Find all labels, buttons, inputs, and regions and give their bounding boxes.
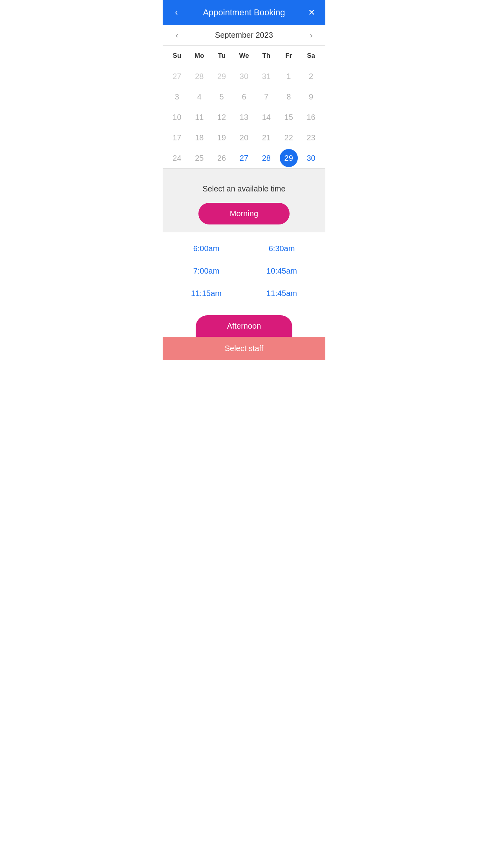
morning-toggle-wrap: Morning [171,203,317,224]
next-month-button[interactable]: › [306,31,316,40]
afternoon-toggle-wrap: Afternoon [163,311,325,337]
calendar-day-8-current-month: 8 [286,86,291,107]
calendar-day-20-current-month: 20 [240,127,248,148]
time-slot-1145am[interactable]: 11:45am [246,285,317,302]
calendar-day-31-other-month: 31 [262,66,271,86]
calendar-day-11-current-month: 11 [195,107,204,127]
time-slot-700am[interactable]: 7:00am [171,263,242,280]
calendar-day-12-current-month: 12 [217,107,226,127]
time-slots-container: 6:00am 6:30am 7:00am 10:45am 11:15am 11:… [163,232,325,311]
page-title: Appointment Booking [203,7,285,18]
time-section-title: Select an available time [171,184,317,193]
calendar-day-2-current-month: 2 [309,66,313,86]
calendar-day-30-other-month: 30 [240,66,248,86]
calendar-day-3-current-month: 3 [175,86,179,107]
calendar-day-19-current-month: 19 [217,127,226,148]
calendar-day-29-other-month: 29 [217,66,226,86]
calendar-day-29-selected[interactable]: 29 [280,149,298,167]
calendar-day-21-current-month: 21 [262,127,271,148]
time-slot-1045am[interactable]: 10:45am [246,263,317,280]
time-row-3: 11:15am 11:45am [171,285,317,302]
morning-toggle-button[interactable]: Morning [198,203,290,224]
time-slot-630am[interactable]: 6:30am [246,240,317,257]
calendar-day-30-available[interactable]: 30 [306,148,315,168]
time-row-1: 6:00am 6:30am [171,240,317,257]
calendar-month-year: September 2023 [215,31,273,40]
app-header: ‹ Appointment Booking ✕ [163,0,325,25]
calendar-day-23-current-month: 23 [306,127,315,148]
time-section: Select an available time Morning [163,169,325,232]
calendar-week-1: 272829303112 [166,66,322,86]
calendar-week-5: 24252627282930 [166,148,322,168]
calendar-day-28-available[interactable]: 28 [262,148,271,168]
afternoon-toggle-button[interactable]: Afternoon [196,315,293,337]
select-staff-label: Select staff [225,344,264,353]
calendar-day-27-other-month: 27 [172,66,181,86]
calendar-day-9-current-month: 9 [309,86,313,107]
calendar-day-25-current-month: 25 [195,148,204,168]
calendar-day-header-sa: Sa [300,46,322,66]
calendar-nav: ‹ September 2023 › [163,25,325,46]
calendar-day-18-current-month: 18 [195,127,204,148]
calendar-day-header-tu: Tu [211,46,233,66]
calendar-day-5-current-month: 5 [220,86,224,107]
calendar-day-4-current-month: 4 [197,86,202,107]
prev-month-button[interactable]: ‹ [172,31,182,40]
calendar-day-22-current-month: 22 [284,127,293,148]
calendar-section: ‹ September 2023 › SuMoTuWeThFrSa 272829… [163,25,325,169]
calendar-grid: SuMoTuWeThFrSa 2728293031123456789101112… [163,46,325,169]
calendar-day-28-other-month: 28 [195,66,204,86]
calendar-week-4: 17181920212223 [166,127,322,148]
calendar-header-row: SuMoTuWeThFrSa [166,46,322,66]
calendar-day-7-current-month: 7 [264,86,268,107]
calendar-week-2: 3456789 [166,86,322,107]
calendar-day-17-current-month: 17 [172,127,181,148]
time-slot-1115am[interactable]: 11:15am [171,285,242,302]
calendar-day-header-we: We [233,46,255,66]
calendar-day-15-current-month: 15 [284,107,293,127]
calendar-day-header-su: Su [166,46,188,66]
calendar-week-3: 10111213141516 [166,107,322,127]
calendar-day-27-available[interactable]: 27 [240,148,248,168]
calendar-day-13-current-month: 13 [240,107,248,127]
back-button[interactable]: ‹ [171,7,182,18]
close-button[interactable]: ✕ [306,7,317,18]
calendar-day-24-current-month: 24 [172,148,181,168]
calendar-day-16-current-month: 16 [306,107,315,127]
calendar-day-header-fr: Fr [277,46,300,66]
calendar-day-14-current-month: 14 [262,107,271,127]
time-slot-600am[interactable]: 6:00am [171,240,242,257]
calendar-day-header-th: Th [255,46,277,66]
calendar-day-10-current-month: 10 [172,107,181,127]
calendar-day-1-current-month: 1 [286,66,291,86]
calendar-day-header-mo: Mo [188,46,211,66]
bottom-bar[interactable]: Select staff [163,337,325,360]
calendar-day-6-current-month: 6 [242,86,246,107]
time-row-2: 7:00am 10:45am [171,263,317,280]
calendar-day-26-current-month: 26 [217,148,226,168]
